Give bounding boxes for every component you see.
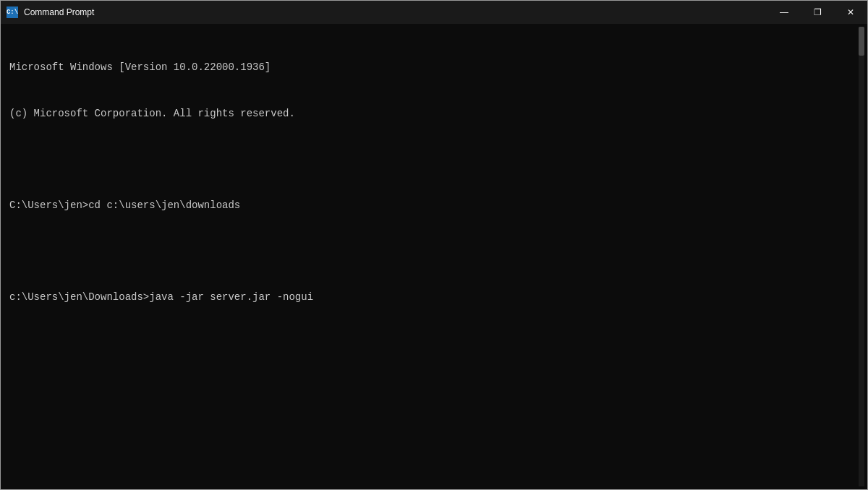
terminal-output: Microsoft Windows [Version 10.0.22000.19… (9, 30, 853, 336)
terminal-line-5 (9, 244, 853, 260)
titlebar-left: C:\ Command Prompt (7, 7, 94, 18)
terminal-content: Microsoft Windows [Version 10.0.22000.19… (4, 27, 859, 486)
terminal-line-6: c:\Users\jen\Downloads>java -jar server.… (9, 290, 853, 306)
close-button[interactable]: ✕ (834, 1, 867, 24)
scrollbar[interactable] (859, 27, 864, 486)
window-title: Command Prompt (24, 7, 94, 17)
terminal-line-3 (9, 152, 853, 168)
terminal-line-4: C:\Users\jen>cd c:\users\jen\downloads (9, 198, 853, 214)
scrollbar-thumb[interactable] (859, 27, 864, 56)
terminal-line-1: Microsoft Windows [Version 10.0.22000.19… (9, 60, 853, 76)
window-icon: C:\ (7, 7, 18, 18)
command-prompt-window: C:\ Command Prompt — ❐ ✕ Microsoft Windo… (0, 0, 868, 490)
maximize-button[interactable]: ❐ (801, 1, 834, 24)
cmd-logo: C:\ (7, 7, 18, 18)
titlebar-controls: — ❐ ✕ (767, 1, 867, 24)
minimize-button[interactable]: — (767, 1, 801, 24)
terminal-line-2: (c) Microsoft Corporation. All rights re… (9, 106, 853, 122)
terminal-body[interactable]: Microsoft Windows [Version 10.0.22000.19… (1, 24, 867, 489)
titlebar: C:\ Command Prompt — ❐ ✕ (1, 1, 867, 24)
